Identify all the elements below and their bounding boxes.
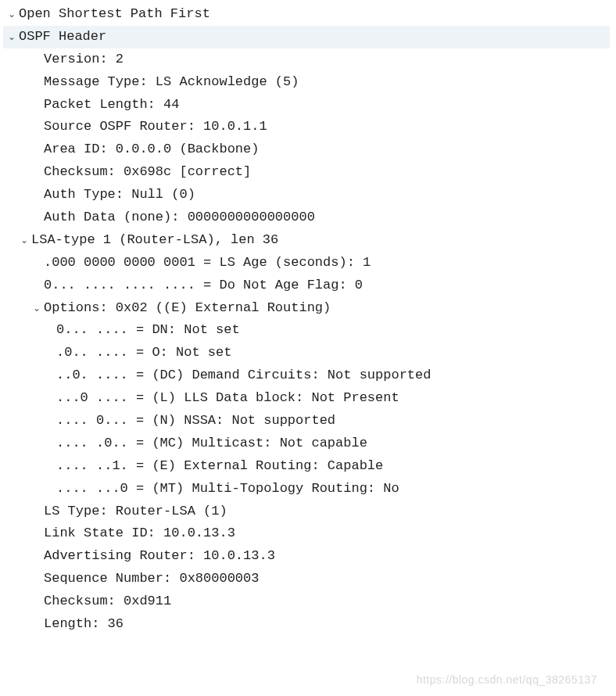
lsa-options-label: Options: 0x02 ((E) External Routing) bbox=[44, 297, 331, 320]
field-row[interactable]: .... ..1. = (E) External Routing: Capabl… bbox=[6, 455, 610, 478]
field-row[interactable]: 0... .... .... .... = Do Not Age Flag: 0 bbox=[6, 274, 610, 297]
lsa-options-node[interactable]: ⌄ Options: 0x02 ((E) External Routing) bbox=[6, 297, 610, 320]
field-row[interactable]: Link State ID: 10.0.13.3 bbox=[6, 522, 610, 545]
field-row[interactable]: Area ID: 0.0.0.0 (Backbone) bbox=[6, 138, 610, 161]
opt-mt: .... ...0 = (MT) Multi-Topology Routing:… bbox=[56, 478, 399, 500]
lsa-advertising-router: Advertising Router: 10.0.13.3 bbox=[44, 545, 275, 568]
opt-o: .0.. .... = O: Not set bbox=[56, 342, 231, 364]
field-row[interactable]: LS Type: Router-LSA (1) bbox=[6, 500, 610, 523]
lsa-ls-age: .000 0000 0000 0001 = LS Age (seconds): … bbox=[44, 252, 371, 274]
field-row[interactable]: Length: 36 bbox=[6, 613, 610, 636]
ospf-version: Version: 2 bbox=[44, 48, 124, 71]
ospf-auth-type: Auth Type: Null (0) bbox=[44, 184, 195, 206]
ospf-header-label: OSPF Header bbox=[19, 26, 106, 48]
field-row[interactable]: 0... .... = DN: Not set bbox=[6, 319, 610, 342]
field-row[interactable]: ...0 .... = (L) LLS Data block: Not Pres… bbox=[6, 387, 610, 410]
toggle-open-icon[interactable]: ⌄ bbox=[31, 300, 42, 316]
field-row[interactable]: .... ...0 = (MT) Multi-Topology Routing:… bbox=[6, 478, 610, 500]
field-row[interactable]: Auth Type: Null (0) bbox=[6, 184, 610, 206]
ospf-area-id: Area ID: 0.0.0.0 (Backbone) bbox=[44, 138, 259, 161]
ospf-source-router: Source OSPF Router: 10.0.1.1 bbox=[44, 116, 267, 138]
ospf-packet-length: Packet Length: 44 bbox=[44, 94, 179, 117]
opt-dn: 0... .... = DN: Not set bbox=[56, 319, 240, 342]
ospf-header-node[interactable]: ⌄ OSPF Header bbox=[3, 26, 610, 48]
field-row[interactable]: .... .0.. = (MC) Multicast: Not capable bbox=[6, 432, 610, 455]
lsa-node[interactable]: ⌄ LSA-type 1 (Router-LSA), len 36 bbox=[6, 229, 610, 252]
ospf-checksum: Checksum: 0x698c [correct] bbox=[44, 161, 251, 184]
opt-l: ...0 .... = (L) LLS Data block: Not Pres… bbox=[56, 387, 399, 410]
field-row[interactable]: Checksum: 0x698c [correct] bbox=[6, 161, 610, 184]
field-row[interactable]: Advertising Router: 10.0.13.3 bbox=[6, 545, 610, 568]
lsa-checksum: Checksum: 0xd911 bbox=[44, 590, 171, 613]
root-label: Open Shortest Path First bbox=[19, 3, 210, 26]
lsa-label: LSA-type 1 (Router-LSA), len 36 bbox=[31, 229, 278, 252]
lsa-ls-type: LS Type: Router-LSA (1) bbox=[44, 500, 227, 523]
ospf-msg-type: Message Type: LS Acknowledge (5) bbox=[44, 71, 299, 94]
field-row[interactable]: Checksum: 0xd911 bbox=[6, 590, 610, 613]
opt-n: .... 0... = (N) NSSA: Not supported bbox=[56, 410, 335, 432]
field-row[interactable]: Auth Data (none): 0000000000000000 bbox=[6, 206, 610, 229]
toggle-open-icon[interactable]: ⌄ bbox=[6, 6, 17, 22]
field-row[interactable]: Sequence Number: 0x80000003 bbox=[6, 568, 610, 590]
toggle-open-icon[interactable]: ⌄ bbox=[19, 232, 30, 248]
lsa-link-state-id: Link State ID: 10.0.13.3 bbox=[44, 522, 235, 545]
field-row[interactable]: ..0. .... = (DC) Demand Circuits: Not su… bbox=[6, 364, 610, 387]
lsa-length: Length: 36 bbox=[44, 613, 124, 636]
field-row[interactable]: .0.. .... = O: Not set bbox=[6, 342, 610, 364]
lsa-sequence-number: Sequence Number: 0x80000003 bbox=[44, 568, 259, 590]
opt-e: .... ..1. = (E) External Routing: Capabl… bbox=[56, 455, 383, 478]
toggle-open-icon[interactable]: ⌄ bbox=[6, 29, 17, 45]
field-row[interactable]: .... 0... = (N) NSSA: Not supported bbox=[6, 410, 610, 432]
opt-dc: ..0. .... = (DC) Demand Circuits: Not su… bbox=[56, 364, 431, 387]
ospf-auth-data: Auth Data (none): 0000000000000000 bbox=[44, 206, 315, 229]
field-row[interactable]: .000 0000 0000 0001 = LS Age (seconds): … bbox=[6, 252, 610, 274]
field-row[interactable]: Source OSPF Router: 10.0.1.1 bbox=[6, 116, 610, 138]
field-row[interactable]: Message Type: LS Acknowledge (5) bbox=[6, 71, 610, 94]
lsa-dna-flag: 0... .... .... .... = Do Not Age Flag: 0 bbox=[44, 274, 363, 297]
field-row[interactable]: Version: 2 bbox=[6, 48, 610, 71]
tree-root[interactable]: ⌄ Open Shortest Path First bbox=[6, 3, 610, 26]
field-row[interactable]: Packet Length: 44 bbox=[6, 94, 610, 117]
opt-mc: .... .0.. = (MC) Multicast: Not capable bbox=[56, 432, 367, 455]
